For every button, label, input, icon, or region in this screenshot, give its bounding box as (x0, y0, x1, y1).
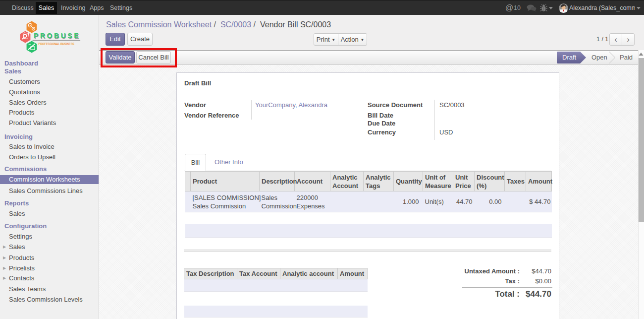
svg-text:PROBUSE: PROBUSE (34, 32, 80, 40)
svg-text:PROFESSIONAL BUSINESS: PROFESSIONAL BUSINESS (39, 42, 75, 46)
